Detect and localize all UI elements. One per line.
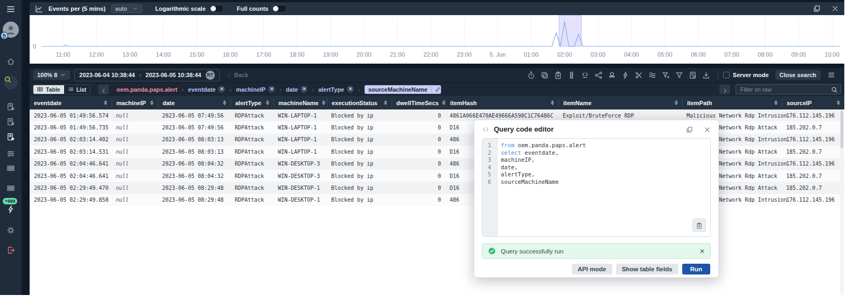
table-row[interactable]: 2023-06-05 01:49:56.574null2023-06-05 07…: [30, 109, 844, 121]
column-header-alertType[interactable]: alertType: [230, 99, 274, 107]
filter-icon[interactable]: [675, 71, 683, 79]
sidebar-item-logout[interactable]: [6, 246, 15, 255]
field-chip-alertType[interactable]: alertType✕: [318, 86, 354, 93]
copy-query-button[interactable]: [692, 218, 706, 232]
code-line: 5alertType,: [482, 171, 710, 179]
query-code-editor[interactable]: 1from oem.panda.paps.alert2select eventd…: [482, 138, 711, 237]
sidebar-item-apps-grid[interactable]: [6, 164, 15, 173]
realtime-badge[interactable]: RT: [206, 71, 215, 80]
sort-icon[interactable]: [322, 100, 325, 105]
remove-field-icon[interactable]: ✕: [218, 86, 225, 93]
sidebar-item-sliders[interactable]: [6, 149, 15, 158]
close-modal-icon[interactable]: [704, 126, 711, 133]
view-list-button[interactable]: List: [64, 85, 90, 94]
sidebar-item-incident-report[interactable]: [6, 133, 15, 141]
column-view-icon[interactable]: [568, 71, 576, 79]
remove-field-icon[interactable]: ✕: [347, 86, 354, 93]
zap-fields-icon[interactable]: [621, 71, 629, 79]
sidebar-item-search[interactable]: [4, 76, 18, 90]
remove-field-icon[interactable]: ✕: [300, 86, 307, 93]
interval-select[interactable]: auto: [111, 4, 142, 13]
column-header-machineIP[interactable]: machineIP: [111, 99, 158, 107]
log-scale-toggle[interactable]: [209, 5, 224, 12]
full-counts-toggle[interactable]: [272, 5, 286, 12]
column-header-eventdate[interactable]: eventdate: [30, 99, 111, 107]
scissors-icon[interactable]: [635, 71, 643, 79]
sort-icon[interactable]: [837, 100, 840, 105]
table-row[interactable]: 2023-06-05 02:04:46.641null2023-06-05 08…: [30, 170, 844, 182]
close-chart-icon[interactable]: [831, 5, 839, 12]
crumb-scroll-right-button[interactable]: [719, 85, 730, 94]
field-chip-date[interactable]: date✕: [286, 86, 308, 93]
server-mode-checkbox[interactable]: [723, 72, 730, 78]
time-range-picker[interactable]: 2023-06-04 10:38:44 › 2023-06-05 10:38:4…: [74, 69, 219, 81]
sort-icon[interactable]: [104, 100, 107, 105]
popout-window-icon[interactable]: [813, 5, 821, 12]
sort-icon[interactable]: [223, 100, 226, 105]
sort-icon[interactable]: [150, 100, 153, 105]
sort-icon[interactable]: [442, 100, 445, 105]
table-row[interactable]: 2023-06-05 02:04:46.641null2023-06-05 08…: [30, 158, 844, 170]
chart-relation-icon[interactable]: [594, 71, 603, 79]
edit-pencil-icon[interactable]: [431, 86, 437, 92]
copy-table-icon[interactable]: [541, 71, 549, 79]
source-repo-label[interactable]: oem.panda.paps.alert: [116, 86, 177, 93]
sidebar-item-incident-report[interactable]: [6, 102, 15, 111]
table-row[interactable]: 2023-06-05 01:49:56.735null2023-06-05 07…: [30, 121, 844, 133]
search-icon[interactable]: [831, 86, 838, 93]
sidebar-item-apps-grid[interactable]: [6, 184, 15, 193]
history-timer-icon[interactable]: [527, 71, 535, 79]
table-scrollbar[interactable]: [840, 109, 844, 295]
avatar[interactable]: [3, 22, 19, 38]
view-table-button[interactable]: Table: [33, 85, 64, 94]
sort-icon[interactable]: [384, 100, 387, 105]
filter-values-icon[interactable]: [662, 71, 670, 79]
filter-on-raw-input[interactable]: [736, 84, 841, 94]
sort-icon[interactable]: [774, 100, 778, 105]
cell-eventdate: 2023-06-05 01:49:56.574: [30, 113, 111, 119]
table-row[interactable]: 2023-06-05 02:03:14.531null2023-06-05 08…: [30, 146, 844, 157]
table-row[interactable]: 2023-06-05 02:29:49.858null2023-06-05 08…: [30, 194, 844, 206]
back-button[interactable]: Back: [226, 72, 248, 78]
sort-icon[interactable]: [675, 100, 678, 105]
column-header-machineName[interactable]: machineName: [274, 99, 327, 107]
field-chip-machineIP[interactable]: machineIP✕: [236, 86, 275, 93]
table-row[interactable]: 2023-06-05 02:29:49.470null2023-06-05 08…: [30, 182, 844, 194]
sidebar-item-incident-report[interactable]: [6, 118, 15, 126]
field-chip-eventdate[interactable]: eventdate✕: [188, 86, 225, 93]
code-snippet-icon[interactable]: [581, 71, 589, 79]
export-file-icon[interactable]: [689, 71, 697, 79]
sidebar-item-gear[interactable]: [6, 226, 15, 235]
incognito-icon[interactable]: [608, 71, 616, 79]
sort-icon[interactable]: [266, 100, 269, 105]
events-timeline-chart[interactable]: 011:0012:0013:0014:0015:0016:0017:0018:0…: [30, 15, 844, 64]
zoom-level-button[interactable]: 100% 8: [33, 70, 70, 80]
column-header-sourceIP[interactable]: sourceIP: [782, 99, 844, 107]
api-mode-button[interactable]: API mode: [572, 264, 612, 274]
column-header-itemName[interactable]: itemName: [558, 99, 682, 107]
column-header-dwellTimeSecs[interactable]: dwellTimeSecs: [391, 99, 445, 107]
column-header-itemPath[interactable]: itemPath: [682, 99, 782, 107]
svg-text:16:00: 16:00: [223, 51, 238, 58]
column-header-date[interactable]: date: [158, 99, 230, 107]
column-header-executionStatus[interactable]: executionStatus: [327, 99, 391, 107]
menu-icon[interactable]: [5, 4, 16, 14]
stream-icon[interactable]: [648, 71, 656, 79]
column-header-itemHash[interactable]: itemHash: [445, 99, 558, 107]
cell-dwellTimeSecs: 0: [391, 113, 445, 119]
remove-field-icon[interactable]: ✕: [268, 86, 275, 93]
dismiss-banner-icon[interactable]: ✕: [699, 248, 705, 255]
sort-icon[interactable]: [551, 100, 554, 105]
show-table-fields-button[interactable]: Show table fields: [616, 264, 678, 274]
crumb-scroll-left-button[interactable]: [98, 85, 109, 94]
options-menu-icon[interactable]: [827, 71, 836, 79]
table-row[interactable]: 2023-06-05 02:03:14.402null2023-06-05 08…: [30, 134, 844, 146]
close-search-button[interactable]: Close search: [775, 70, 821, 80]
clipboard-icon[interactable]: [554, 71, 562, 79]
sidebar-item-zap[interactable]: +999: [6, 205, 15, 214]
active-field-chip-sourceMachineName[interactable]: sourceMachineName: [365, 85, 441, 94]
popout-window-icon[interactable]: [686, 126, 693, 133]
run-button[interactable]: Run: [682, 264, 710, 274]
sidebar-item-home[interactable]: [6, 57, 15, 66]
download-icon[interactable]: [702, 71, 710, 79]
